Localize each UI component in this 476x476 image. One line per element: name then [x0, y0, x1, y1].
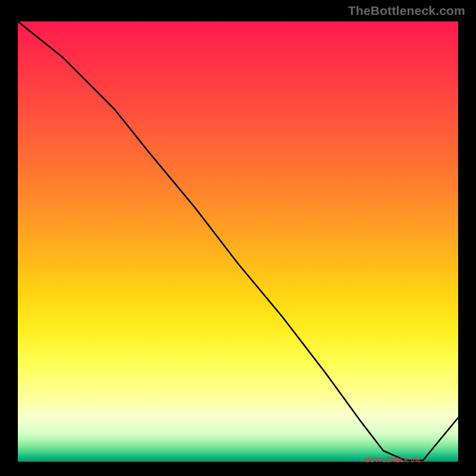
- curve-svg: [18, 21, 458, 462]
- chart-container: TheBottleneck.com BOTTLENECK 0%: [0, 0, 476, 476]
- bottleneck-zero-label: BOTTLENECK 0%: [365, 457, 420, 464]
- plot-area: BOTTLENECK 0%: [18, 21, 458, 462]
- attribution-label: TheBottleneck.com: [348, 4, 465, 18]
- bottleneck-curve: [18, 21, 458, 461]
